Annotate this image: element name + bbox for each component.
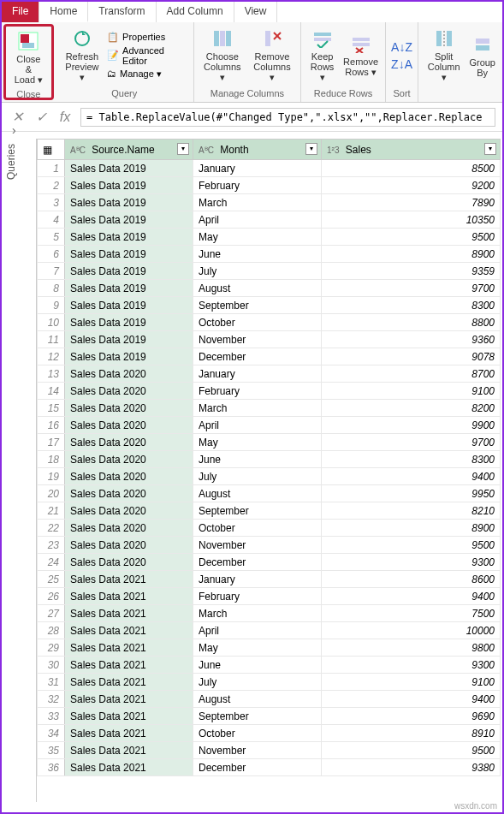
cell-sales[interactable]: 9700 — [322, 434, 501, 451]
cell-sales[interactable]: 8900 — [322, 520, 501, 537]
cell-source[interactable]: Sales Data 2019 — [65, 297, 193, 314]
row-number[interactable]: 9 — [38, 297, 65, 314]
cell-source[interactable]: Sales Data 2019 — [65, 160, 193, 177]
table-row[interactable]: 11Sales Data 2019November9360 — [38, 331, 501, 348]
cell-sales[interactable]: 10000 — [322, 622, 501, 639]
table-row[interactable]: 21Sales Data 2020September8210 — [38, 502, 501, 520]
cell-source[interactable]: Sales Data 2020 — [65, 365, 193, 383]
table-row[interactable]: 33Sales Data 2021September9690 — [38, 708, 501, 725]
cell-source[interactable]: Sales Data 2021 — [65, 725, 193, 742]
cell-month[interactable]: August — [193, 485, 322, 502]
cell-sales[interactable]: 8300 — [322, 451, 501, 468]
cell-month[interactable]: April — [193, 211, 322, 229]
table-row[interactable]: 5Sales Data 2019May9500 — [38, 229, 501, 246]
table-row[interactable]: 29Sales Data 2021May9800 — [38, 639, 501, 657]
cell-sales[interactable]: 9078 — [322, 348, 501, 365]
cell-source[interactable]: Sales Data 2021 — [65, 605, 193, 622]
cell-source[interactable]: Sales Data 2020 — [65, 554, 193, 571]
cell-sales[interactable]: 9359 — [322, 263, 501, 280]
cell-sales[interactable]: 9500 — [322, 537, 501, 554]
row-number[interactable]: 16 — [38, 417, 65, 434]
table-row[interactable]: 20Sales Data 2020August9950 — [38, 485, 501, 502]
cell-month[interactable]: March — [193, 605, 322, 622]
table-row[interactable]: 18Sales Data 2020June8300 — [38, 451, 501, 468]
cell-sales[interactable]: 8600 — [322, 571, 501, 588]
cell-source[interactable]: Sales Data 2020 — [65, 468, 193, 485]
cell-sales[interactable]: 9950 — [322, 485, 501, 502]
cell-source[interactable]: Sales Data 2020 — [65, 537, 193, 554]
cell-source[interactable]: Sales Data 2019 — [65, 280, 193, 297]
accept-formula-icon[interactable]: ✓ — [33, 109, 50, 125]
table-row[interactable]: 12Sales Data 2019December9078 — [38, 348, 501, 365]
cell-sales[interactable]: 9200 — [322, 177, 501, 194]
table-row[interactable]: 25Sales Data 2021January8600 — [38, 571, 501, 588]
cell-source[interactable]: Sales Data 2019 — [65, 246, 193, 263]
cell-source[interactable]: Sales Data 2019 — [65, 314, 193, 331]
row-number[interactable]: 5 — [38, 229, 65, 246]
row-number[interactable]: 15 — [38, 400, 65, 417]
row-number[interactable]: 2 — [38, 177, 65, 194]
refresh-preview-button[interactable]: Refresh Preview ▾ — [59, 26, 105, 85]
cell-month[interactable]: February — [193, 177, 322, 194]
cell-month[interactable]: October — [193, 725, 322, 742]
cell-source[interactable]: Sales Data 2021 — [65, 571, 193, 588]
table-row[interactable]: 24Sales Data 2020December9300 — [38, 554, 501, 571]
choose-columns-button[interactable]: Choose Columns ▾ — [198, 26, 247, 85]
cell-sales[interactable]: 8800 — [322, 314, 501, 331]
cell-sales[interactable]: 9690 — [322, 708, 501, 725]
cell-month[interactable]: September — [193, 708, 322, 725]
row-number[interactable]: 30 — [38, 657, 65, 674]
table-row[interactable]: 2Sales Data 2019February9200 — [38, 177, 501, 194]
row-number[interactable]: 13 — [38, 365, 65, 383]
cell-month[interactable]: December — [193, 348, 322, 365]
table-row[interactable]: 32Sales Data 2021August9400 — [38, 691, 501, 708]
remove-rows-button[interactable]: Remove Rows ▾ — [340, 31, 382, 80]
cell-source[interactable]: Sales Data 2020 — [65, 383, 193, 400]
cell-sales[interactable]: 7890 — [322, 194, 501, 211]
cell-month[interactable]: October — [193, 314, 322, 331]
table-row[interactable]: 23Sales Data 2020November9500 — [38, 537, 501, 554]
cell-source[interactable]: Sales Data 2021 — [65, 742, 193, 759]
cell-sales[interactable]: 9300 — [322, 554, 501, 571]
cell-source[interactable]: Sales Data 2019 — [65, 263, 193, 280]
row-number[interactable]: 19 — [38, 468, 65, 485]
row-number[interactable]: 12 — [38, 348, 65, 365]
cell-sales[interactable]: 10350 — [322, 211, 501, 229]
cell-source[interactable]: Sales Data 2020 — [65, 400, 193, 417]
cell-sales[interactable]: 8210 — [322, 502, 501, 520]
cell-source[interactable]: Sales Data 2019 — [65, 229, 193, 246]
advanced-editor-button[interactable]: 📝 Advanced Editor — [105, 45, 190, 67]
col-header-source[interactable]: AᴮC Source.Name ▾ — [65, 140, 193, 160]
cell-source[interactable]: Sales Data 2019 — [65, 211, 193, 229]
table-row[interactable]: 17Sales Data 2020May9700 — [38, 434, 501, 451]
table-corner[interactable]: ▦ — [38, 140, 65, 160]
cell-month[interactable]: February — [193, 588, 322, 605]
cell-month[interactable]: December — [193, 554, 322, 571]
cell-sales[interactable]: 8200 — [322, 400, 501, 417]
cell-source[interactable]: Sales Data 2021 — [65, 588, 193, 605]
table-row[interactable]: 35Sales Data 2021November9500 — [38, 742, 501, 759]
table-row[interactable]: 4Sales Data 2019April10350 — [38, 211, 501, 229]
cell-sales[interactable]: 9500 — [322, 229, 501, 246]
queries-panel-label[interactable]: Queries — [3, 139, 19, 185]
table-row[interactable]: 34Sales Data 2021October8910 — [38, 725, 501, 742]
table-row[interactable]: 1Sales Data 2019January8500 — [38, 160, 501, 177]
cell-sales[interactable]: 9800 — [322, 639, 501, 657]
row-number[interactable]: 34 — [38, 725, 65, 742]
row-number[interactable]: 3 — [38, 194, 65, 211]
row-number[interactable]: 18 — [38, 451, 65, 468]
manage-button[interactable]: 🗂 Manage ▾ — [105, 68, 190, 80]
cell-source[interactable]: Sales Data 2021 — [65, 657, 193, 674]
cell-month[interactable]: January — [193, 571, 322, 588]
cell-month[interactable]: July — [193, 674, 322, 691]
table-row[interactable]: 15Sales Data 2020March8200 — [38, 400, 501, 417]
cell-source[interactable]: Sales Data 2021 — [65, 639, 193, 657]
cell-month[interactable]: May — [193, 639, 322, 657]
cell-month[interactable]: June — [193, 451, 322, 468]
cell-source[interactable]: Sales Data 2021 — [65, 622, 193, 639]
close-and-load-button[interactable]: Close & Load ▾ — [9, 28, 48, 87]
cell-month[interactable]: March — [193, 194, 322, 211]
row-number[interactable]: 24 — [38, 554, 65, 571]
row-number[interactable]: 17 — [38, 434, 65, 451]
cell-sales[interactable]: 9100 — [322, 383, 501, 400]
